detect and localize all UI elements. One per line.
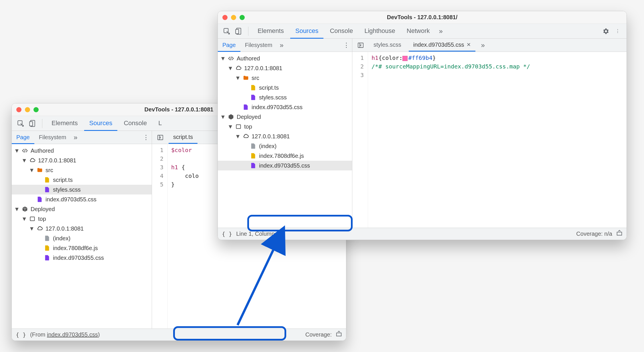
status-coverage: Coverage: n/a [576, 231, 612, 237]
tree-item-index-js[interactable]: index.7808df6e.js [218, 151, 352, 161]
svg-line-5 [25, 149, 25, 153]
cloud-icon [235, 65, 242, 72]
tree-item-host-deployed[interactable]: ▼ 127.0.0.1:8081 [218, 131, 352, 141]
file-css-icon [242, 104, 249, 111]
status-from-source[interactable]: (From index.d9703d55.css) [30, 331, 100, 338]
subtab-filesystem[interactable]: Filesystem [34, 131, 71, 144]
tree-group-deployed[interactable]: ▼ Deployed [12, 204, 152, 214]
tree-item-styles-scss[interactable]: styles.scss [12, 185, 152, 194]
toggle-navigator-icon[interactable] [355, 40, 366, 51]
more-tabs-icon[interactable]: » [436, 27, 446, 35]
kebab-menu-icon[interactable]: ⋮ [341, 42, 352, 49]
twisty-down-icon: ▼ [29, 167, 34, 174]
tab-elements[interactable]: Elements [46, 116, 83, 131]
tree-item-top[interactable]: ▼ top [12, 214, 152, 224]
line-gutter: 1 2 3 [352, 52, 368, 228]
tree-label: top [38, 216, 46, 222]
file-icon [250, 143, 257, 150]
tab-lighthouse[interactable]: Lighthouse [359, 24, 400, 39]
tree-label: index.d9703d55.css [53, 255, 104, 261]
tree-item-src-folder[interactable]: ▼ src [12, 165, 152, 175]
tab-console[interactable]: Console [325, 24, 358, 39]
subtab-page[interactable]: Page [12, 131, 34, 144]
tree-label: 127.0.0.1:8081 [244, 65, 282, 72]
subtab-page[interactable]: Page [218, 39, 240, 52]
tree-item-script-ts[interactable]: script.ts [12, 175, 152, 185]
statusbar: { } (From index.d9703d55.css) Coverage: [12, 329, 346, 341]
tree-item-top[interactable]: ▼ top [218, 122, 352, 131]
tree-item-index-css[interactable]: index.d9703d55.css [218, 102, 352, 112]
tree-label: (index) [259, 143, 276, 150]
tree-item-index-css-deployed[interactable]: index.d9703d55.css [12, 253, 152, 263]
tree-item-host-deployed[interactable]: ▼ 127.0.0.1:8081 [12, 224, 152, 233]
tree-label: Deployed [31, 206, 55, 213]
tab-elements[interactable]: Elements [252, 24, 289, 39]
tree-label: styles.scss [259, 94, 287, 101]
file-css-icon [250, 162, 257, 169]
svg-rect-7 [337, 333, 341, 336]
toggle-navigator-icon[interactable] [155, 132, 166, 143]
tree-item-index-css[interactable]: index.d9703d55.css [12, 194, 152, 204]
show-drawer-icon[interactable] [616, 230, 623, 238]
braces-icon[interactable]: { } [16, 331, 26, 338]
navigator-tree[interactable]: ▼ Authored ▼ 127.0.0.1:8081 ▼ src script… [218, 52, 352, 228]
kebab-menu-icon[interactable]: ⋮ [612, 26, 623, 37]
tree-label: index.7808df6e.js [53, 245, 98, 251]
tab-console[interactable]: Console [118, 116, 152, 131]
maximize-window-button[interactable] [240, 15, 245, 20]
tree-label: script.ts [259, 84, 279, 91]
tab-network[interactable]: Network [402, 24, 435, 39]
close-window-button[interactable] [222, 15, 228, 20]
twisty-down-icon: ▼ [228, 123, 233, 130]
tab-sources[interactable]: Sources [84, 116, 118, 131]
tree-label: src [46, 167, 53, 174]
more-file-tabs-icon[interactable]: » [478, 41, 488, 49]
tree-item-index-file[interactable]: (index) [218, 141, 352, 151]
device-toggle-icon[interactable] [27, 118, 38, 129]
more-subtabs-icon[interactable]: » [277, 41, 286, 49]
settings-icon[interactable] [600, 26, 611, 37]
folder-icon [36, 167, 43, 174]
tree-group-authored[interactable]: ▼ Authored [12, 146, 152, 156]
tree-group-deployed[interactable]: ▼ Deployed [218, 112, 352, 122]
separator [42, 119, 42, 128]
close-window-button[interactable] [16, 107, 21, 112]
file-tab-index-css[interactable]: index.d9703d55.css ✕ [409, 39, 475, 52]
subtab-filesystem[interactable]: Filesystem [240, 39, 277, 52]
tree-item-index-file[interactable]: (index) [12, 233, 152, 243]
file-tab-styles-scss[interactable]: styles.scss [369, 39, 406, 52]
code-editor[interactable]: 1 2 3 h1{color:#ff69b4} /*# sourceMappin… [352, 52, 627, 228]
status-coverage: Coverage: [305, 331, 332, 338]
tree-item-script-ts[interactable]: script.ts [218, 83, 352, 93]
code-content[interactable]: h1{color:#ff69b4} /*# sourceMappingURL=i… [368, 52, 627, 228]
tree-item-host[interactable]: ▼ 127.0.0.1:8081 [218, 63, 352, 73]
tree-label: Authored [31, 148, 54, 154]
maximize-window-button[interactable] [33, 107, 39, 112]
twisty-down-icon: ▼ [221, 55, 225, 62]
file-tab-script-ts[interactable]: script.ts [169, 131, 197, 144]
color-swatch-icon[interactable] [402, 56, 408, 61]
tree-item-styles-scss[interactable]: styles.scss [218, 93, 352, 102]
minimize-window-button[interactable] [25, 107, 30, 112]
file-ts-icon [250, 84, 257, 91]
tree-group-authored[interactable]: ▼ Authored [218, 54, 352, 63]
navigator-tree[interactable]: ▼ Authored ▼ 127.0.0.1:8081 ▼ src script… [12, 144, 152, 329]
braces-icon[interactable]: { } [222, 231, 232, 237]
close-tab-icon[interactable]: ✕ [467, 42, 471, 48]
inspect-icon[interactable] [15, 118, 26, 129]
tree-item-index-css-deployed[interactable]: index.d9703d55.css [218, 161, 352, 170]
tree-item-src-folder[interactable]: ▼ src [218, 73, 352, 83]
minimize-window-button[interactable] [231, 15, 236, 20]
tree-item-host[interactable]: ▼ 127.0.0.1:8081 [12, 156, 152, 165]
cloud-icon [36, 225, 43, 232]
device-toggle-icon[interactable] [233, 26, 244, 37]
twisty-down-icon: ▼ [15, 148, 19, 154]
tree-item-index-js[interactable]: index.7808df6e.js [12, 243, 152, 253]
tab-sources[interactable]: Sources [290, 24, 324, 39]
kebab-menu-icon[interactable]: ⋮ [140, 134, 152, 141]
more-subtabs-icon[interactable]: » [71, 133, 80, 141]
inspect-icon[interactable] [221, 26, 232, 37]
show-drawer-icon[interactable] [336, 331, 342, 339]
cloud-icon [29, 157, 36, 164]
tab-more-truncated[interactable]: L [153, 116, 167, 131]
